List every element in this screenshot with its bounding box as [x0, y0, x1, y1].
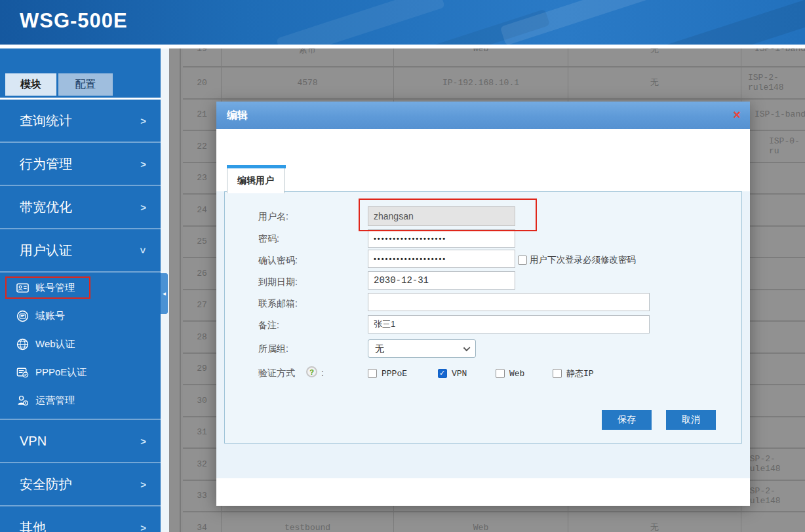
- tab-module[interactable]: 模块: [5, 73, 56, 96]
- sidebar-item-label: 其他: [20, 519, 46, 532]
- table-cell: [741, 290, 805, 321]
- auth-option-vpn[interactable]: VPN: [438, 368, 480, 379]
- auth-method-options: PPPoEVPNWeb静态IP: [368, 368, 610, 379]
- table-cell: 无: [568, 512, 741, 532]
- auth-option-pppoe[interactable]: PPPoE: [368, 368, 422, 379]
- sidebar-tabs: 模块 配置: [0, 73, 161, 96]
- table-cell: Web: [394, 512, 568, 532]
- checkbox-unchecked[interactable]: [368, 369, 377, 378]
- sidebar-subitem-label: 域账号: [35, 310, 65, 322]
- group-select-value: 无: [375, 343, 384, 354]
- table-cell: 19: [183, 48, 222, 66]
- table-cell: 34: [183, 512, 222, 532]
- sidebar-item-10[interactable]: VPN>: [0, 420, 161, 463]
- app-title: WSG-500E: [20, 9, 128, 33]
- app: WSG-500E 模块 配置 查询统计>行为管理>带宽优化>用户认证>账号管理域…: [0, 0, 805, 532]
- table-cell: [741, 227, 805, 257]
- table-cell: [741, 385, 805, 416]
- edit-dialog-header[interactable]: 编辑 ×: [216, 102, 750, 129]
- remark-label: 备注:: [258, 320, 279, 332]
- expire-date-label: 到期日期:: [258, 276, 298, 288]
- sidebar-item-12[interactable]: 其他>: [0, 506, 161, 532]
- force-change-option[interactable]: 用户下次登录必须修改密码: [518, 254, 636, 266]
- force-change-checkbox[interactable]: [518, 256, 527, 265]
- table-cell-text: 30: [197, 396, 207, 406]
- sidebar-item-3[interactable]: 带宽优化>: [0, 186, 161, 229]
- table-cell-text: Web: [473, 48, 488, 54]
- header-bg-decoration: [276, 0, 445, 45]
- sidebar-subitem-9[interactable]: 运营管理: [0, 387, 161, 415]
- chevron-down-icon: [463, 345, 471, 352]
- table-cell-text: 31: [197, 427, 207, 437]
- group-label: 所属组:: [258, 343, 288, 355]
- table-cell-text: ISP-2-rule148: [745, 454, 805, 474]
- sidebar-item-label: 查询统计: [20, 112, 72, 130]
- sidebar-subitem-6[interactable]: 域账号: [0, 302, 161, 330]
- tab-edit-user[interactable]: 编辑用户: [227, 165, 285, 193]
- table-cell: 4578: [222, 67, 394, 98]
- chevron-right-icon: >: [140, 202, 146, 213]
- table-border-line: [180, 48, 181, 532]
- table-cell-text: 22: [197, 142, 207, 151]
- sidebar-collapse-handle[interactable]: ◄: [161, 273, 168, 314]
- sidebar-subitem-label: Web认证: [35, 338, 75, 351]
- chevron-right-icon: >: [140, 115, 146, 126]
- table-cell: [741, 322, 805, 352]
- table-cell: ISP-2-rule148: [741, 449, 805, 480]
- table-cell-text: 32: [197, 459, 207, 469]
- auth-method-colon: :: [321, 368, 324, 378]
- table-cell-text: 29: [197, 364, 207, 373]
- sidebar-item-4[interactable]: 用户认证>: [0, 229, 161, 273]
- table-cell-text: ISP-2-rule148: [745, 486, 805, 506]
- edit-user-form: 用户名: 密码: 确认密码: 用户下次登录必须修改密码 到期日期: 联系邮箱: …: [224, 191, 742, 444]
- table-cell: 20: [183, 67, 222, 98]
- checkbox-checked[interactable]: [438, 369, 447, 378]
- help-icon[interactable]: ?: [306, 366, 317, 377]
- sidebar-subitem-8[interactable]: PPPoE认证: [0, 358, 161, 387]
- table-cell-text: 紫市: [299, 48, 316, 56]
- header-bg-decoration: [644, 0, 805, 45]
- sidebar-item-2[interactable]: 行为管理>: [0, 143, 161, 186]
- auth-method-label: 验证方式: [258, 368, 295, 379]
- group-select[interactable]: 无: [368, 339, 476, 358]
- checkbox-unchecked[interactable]: [496, 369, 505, 378]
- table-cell: testbound: [222, 512, 394, 532]
- force-change-label: 用户下次登录必须修改密码: [530, 254, 636, 266]
- table-cell: [741, 417, 805, 448]
- tab-config[interactable]: 配置: [58, 73, 113, 96]
- table-cell-text: 无: [650, 522, 659, 532]
- cancel-button[interactable]: 取消: [666, 410, 716, 430]
- table-cell-text: 28: [197, 332, 207, 342]
- confirm-password-field[interactable]: [368, 250, 515, 268]
- sidebar-item-11[interactable]: 安全防护>: [0, 463, 161, 506]
- table-cell-text: 24: [197, 205, 207, 215]
- table-cell: 紫市: [222, 48, 394, 66]
- table-cell-text: 23: [197, 173, 207, 183]
- email-field[interactable]: [368, 293, 650, 311]
- expire-date-field[interactable]: [368, 271, 515, 290]
- save-button[interactable]: 保存: [602, 410, 652, 430]
- password-field[interactable]: [368, 229, 515, 248]
- table-row: 19紫市Web无ISP-1-band: [183, 48, 805, 67]
- app-header: WSG-500E: [0, 0, 805, 45]
- sidebar-subitem-5[interactable]: 账号管理: [0, 274, 161, 302]
- sidebar-subitem-label: PPPoE认证: [35, 366, 87, 379]
- chevron-right-icon: >: [140, 522, 146, 532]
- close-icon[interactable]: ×: [733, 107, 741, 123]
- remark-field[interactable]: [368, 315, 650, 333]
- sidebar-item-1[interactable]: 查询统计>: [0, 100, 161, 143]
- table-cell-text: ISP-1-band: [755, 48, 805, 54]
- checkbox-unchecked[interactable]: [553, 369, 562, 378]
- username-label: 用户名:: [258, 211, 288, 223]
- username-field[interactable]: [368, 206, 515, 226]
- auth-option-web[interactable]: Web: [496, 368, 537, 379]
- chevron-down-icon: >: [138, 248, 149, 254]
- table-cell: 无: [568, 67, 741, 98]
- domain-account-icon: [16, 310, 29, 323]
- sidebar-subitem-7[interactable]: Web认证: [0, 330, 161, 358]
- table-cell: [741, 195, 805, 225]
- tab-active-stripe: [227, 165, 286, 168]
- password-label: 密码:: [258, 233, 279, 245]
- sidebar-item-label: 带宽优化: [20, 199, 72, 216]
- auth-option-静态ip[interactable]: 静态IP: [553, 368, 594, 379]
